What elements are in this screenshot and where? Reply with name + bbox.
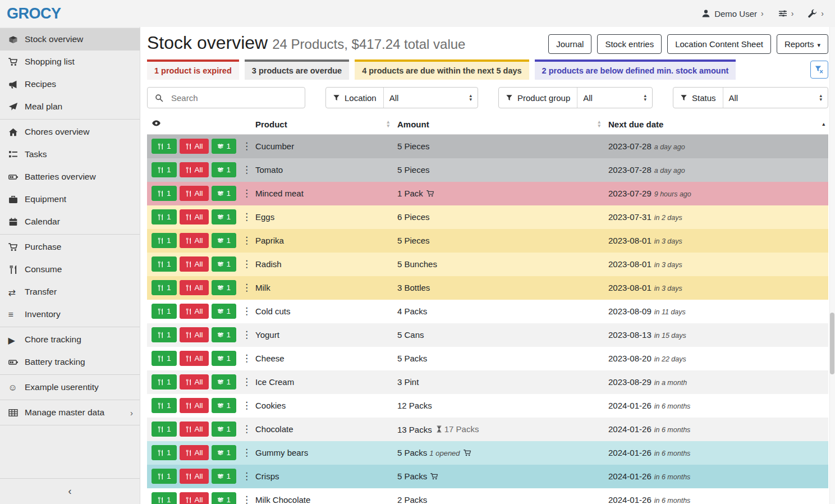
sidebar-item-battery-tracking[interactable]: Battery tracking <box>0 351 140 373</box>
open-one-button[interactable]: 1 <box>212 209 237 224</box>
sidebar-item-manage-master-data[interactable]: Manage master data› <box>0 401 140 424</box>
consume-one-button[interactable]: 1 <box>152 398 177 413</box>
consume-one-button[interactable]: 1 <box>152 233 177 248</box>
sidebar-item-chores-overview[interactable]: Chores overview <box>0 121 140 143</box>
column-header-amount[interactable]: Amount ▴▾ <box>393 114 604 135</box>
consume-one-button[interactable]: 1 <box>152 139 177 154</box>
row-menu-button[interactable]: ⋮ <box>239 377 254 387</box>
user-menu[interactable]: Demo User › <box>701 9 764 19</box>
sidebar-item-consume[interactable]: Consume <box>0 258 140 281</box>
grocy-logo[interactable]: GROCY <box>7 5 61 22</box>
scrollbar-thumb[interactable] <box>830 313 834 374</box>
row-menu-button[interactable]: ⋮ <box>239 236 254 245</box>
product-name[interactable]: Cookies <box>251 394 393 418</box>
eye-icon[interactable] <box>152 118 161 128</box>
product-name[interactable]: Cheese <box>251 347 393 370</box>
consume-all-button[interactable]: All <box>180 304 209 319</box>
consume-one-button[interactable]: 1 <box>152 445 177 460</box>
consume-one-button[interactable]: 1 <box>152 209 177 224</box>
stock-entries-button[interactable]: Stock entries <box>597 34 662 54</box>
consume-all-button[interactable]: All <box>180 469 209 484</box>
sidebar-item-meal-plan[interactable]: Meal plan <box>0 95 140 118</box>
open-one-button[interactable]: 1 <box>212 233 237 248</box>
row-menu-button[interactable]: ⋮ <box>239 354 254 363</box>
location-content-sheet-button[interactable]: Location Content Sheet <box>667 34 771 54</box>
consume-all-button[interactable]: All <box>180 139 209 154</box>
row-menu-button[interactable]: ⋮ <box>239 259 254 269</box>
row-menu-button[interactable]: ⋮ <box>239 283 254 292</box>
consume-all-button[interactable]: All <box>180 256 209 272</box>
product-name[interactable]: Yogurt <box>251 323 393 347</box>
search-input[interactable] <box>170 93 305 103</box>
column-header-product[interactable]: Product ▴▾ <box>251 114 393 135</box>
product-name[interactable]: Radish <box>251 253 393 276</box>
consume-one-button[interactable]: 1 <box>152 374 177 390</box>
open-one-button[interactable]: 1 <box>212 139 237 154</box>
consume-one-button[interactable]: 1 <box>152 162 177 177</box>
product-name[interactable]: Paprika <box>251 229 393 253</box>
open-one-button[interactable]: 1 <box>212 280 237 295</box>
consume-all-button[interactable]: All <box>180 209 209 224</box>
open-one-button[interactable]: 1 <box>212 398 237 413</box>
consume-one-button[interactable]: 1 <box>152 421 177 437</box>
product-name[interactable]: Cold cuts <box>251 300 393 323</box>
consume-all-button[interactable]: All <box>180 280 209 295</box>
product-name[interactable]: Gummy bears <box>251 441 393 465</box>
consume-one-button[interactable]: 1 <box>152 469 177 484</box>
sidebar-item-recipes[interactable]: Recipes <box>0 73 140 95</box>
row-menu-button[interactable]: ⋮ <box>239 330 254 340</box>
product-name[interactable]: Minced meat <box>251 182 393 205</box>
sidebar-item-purchase[interactable]: Purchase <box>0 236 140 258</box>
consume-all-button[interactable]: All <box>180 374 209 390</box>
consume-all-button[interactable]: All <box>180 398 209 413</box>
status-select[interactable]: All ▴▾ <box>723 88 828 108</box>
consume-one-button[interactable]: 1 <box>152 280 177 295</box>
open-one-button[interactable]: 1 <box>212 304 237 319</box>
consume-one-button[interactable]: 1 <box>152 351 177 366</box>
product-group-select[interactable]: All ▴▾ <box>577 88 652 108</box>
product-name[interactable]: Ice Cream <box>251 370 393 394</box>
row-menu-button[interactable]: ⋮ <box>239 471 254 481</box>
open-one-button[interactable]: 1 <box>212 162 237 177</box>
journal-button[interactable]: Journal <box>548 34 591 54</box>
sidebar-item-chore-tracking[interactable]: ▶Chore tracking <box>0 328 140 351</box>
sidebar-item-stock-overview[interactable]: Stock overview <box>0 28 140 51</box>
consume-one-button[interactable]: 1 <box>152 186 177 201</box>
consume-all-button[interactable]: All <box>180 233 209 248</box>
sidebar-item-shopping-list[interactable]: Shopping list <box>0 51 140 73</box>
consume-all-button[interactable]: All <box>180 162 209 177</box>
consume-all-button[interactable]: All <box>180 186 209 201</box>
product-name[interactable]: Milk <box>251 276 393 300</box>
open-one-button[interactable]: 1 <box>212 492 237 504</box>
status-banner-expired[interactable]: 1 product is expired <box>147 59 239 80</box>
sidebar-collapse-button[interactable]: ‹ <box>0 478 140 504</box>
location-select[interactable]: All ▴▾ <box>384 88 478 108</box>
open-one-button[interactable]: 1 <box>212 186 237 201</box>
status-banner-due-soon[interactable]: 4 products are due within the next 5 day… <box>355 59 529 80</box>
row-menu-button[interactable]: ⋮ <box>239 495 254 504</box>
product-name[interactable]: Tomato <box>251 158 393 182</box>
sidebar-item-tasks[interactable]: Tasks <box>0 143 140 166</box>
open-one-button[interactable]: 1 <box>212 469 237 484</box>
consume-one-button[interactable]: 1 <box>152 327 177 342</box>
column-header-next-due-date[interactable]: Next due date ▴ <box>604 114 828 135</box>
consume-all-button[interactable]: All <box>180 445 209 460</box>
reports-dropdown[interactable]: Reports▾ <box>777 34 828 54</box>
open-one-button[interactable]: 1 <box>212 421 237 437</box>
sidebar-item-equipment[interactable]: Equipment <box>0 188 140 210</box>
sidebar-item-calendar[interactable]: Calendar <box>0 210 140 233</box>
consume-all-button[interactable]: All <box>180 351 209 366</box>
row-menu-button[interactable]: ⋮ <box>239 424 254 434</box>
open-one-button[interactable]: 1 <box>212 445 237 460</box>
consume-all-button[interactable]: All <box>180 421 209 437</box>
row-menu-button[interactable]: ⋮ <box>239 306 254 316</box>
row-menu-button[interactable]: ⋮ <box>239 165 254 175</box>
open-one-button[interactable]: 1 <box>212 327 237 342</box>
row-menu-button[interactable]: ⋮ <box>239 212 254 222</box>
row-menu-button[interactable]: ⋮ <box>239 189 254 198</box>
open-one-button[interactable]: 1 <box>212 374 237 390</box>
row-menu-button[interactable]: ⋮ <box>239 141 254 151</box>
admin-menu[interactable]: › <box>808 9 824 18</box>
clear-filters-button[interactable] <box>810 61 828 79</box>
consume-one-button[interactable]: 1 <box>152 304 177 319</box>
